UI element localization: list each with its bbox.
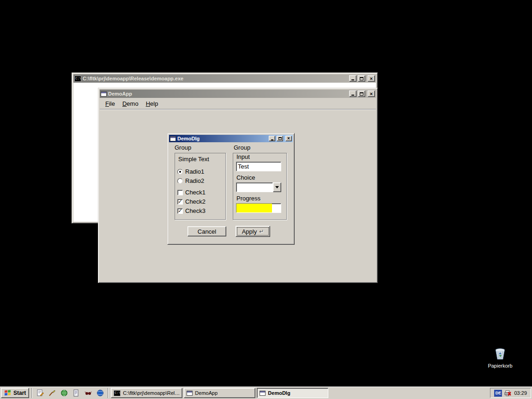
paintbrush-icon	[48, 389, 56, 397]
radio1-option[interactable]: Radio1	[177, 168, 204, 175]
maximize-button[interactable]	[358, 91, 365, 97]
apply-button[interactable]: Apply	[236, 226, 270, 237]
radio-icon	[177, 169, 183, 175]
radio-icon	[177, 178, 183, 184]
desktop: C:\fltk\prj\demoapp\Release\demoapp.exe …	[0, 0, 532, 399]
quicklaunch-page-edit[interactable]	[35, 388, 45, 398]
progress-label: Progress	[236, 195, 260, 202]
task-demodlg[interactable]: DemoDlg	[257, 388, 328, 398]
input-label: Input	[236, 154, 250, 160]
check3-label: Check3	[185, 208, 206, 214]
close-icon	[370, 76, 373, 81]
choice-dropdown[interactable]	[236, 182, 281, 192]
maximize-button[interactable]	[358, 75, 365, 82]
check2-label: Check2	[185, 199, 206, 205]
minimize-icon	[351, 95, 354, 96]
maximize-icon	[278, 137, 282, 140]
task-demoapp[interactable]: DemoApp	[184, 388, 255, 398]
minimize-button[interactable]	[269, 136, 275, 141]
choice-value-box[interactable]	[236, 182, 273, 192]
menu-help[interactable]: Help	[142, 99, 162, 109]
start-button[interactable]: Start	[1, 388, 29, 398]
globe-icon	[60, 389, 68, 397]
chevron-down-icon	[275, 186, 279, 190]
demoapp-titlebar[interactable]: DemoApp	[100, 90, 376, 98]
page-edit-icon	[36, 389, 44, 397]
checkbox-icon	[177, 190, 183, 195]
start-button-label: Start	[13, 390, 26, 396]
checkbox-icon	[177, 208, 183, 214]
recycle-bin-icon	[493, 346, 508, 361]
text-input[interactable]	[236, 162, 281, 171]
left-group-label: Group	[175, 145, 191, 151]
menu-bar: File Demo Help	[100, 98, 376, 109]
return-arrow-icon	[259, 228, 264, 235]
close-icon	[370, 91, 373, 97]
minimize-icon	[271, 139, 273, 140]
menu-demo[interactable]: Demo	[119, 99, 142, 109]
printer-error-icon[interactable]	[504, 390, 512, 396]
taskbar-clock[interactable]: 03:29	[514, 390, 527, 396]
taskbar-separator	[31, 388, 32, 398]
maximize-button[interactable]	[277, 136, 283, 141]
choice-dropdown-button[interactable]	[273, 182, 281, 192]
console-icon	[74, 76, 81, 82]
close-button[interactable]	[285, 136, 292, 141]
recycle-bin-label: Papierkorb	[488, 363, 512, 369]
menu-file[interactable]: File	[102, 99, 119, 109]
cancel-button[interactable]: Cancel	[187, 226, 226, 236]
radio2-label: Radio2	[185, 178, 204, 184]
right-group-label: Group	[234, 145, 250, 151]
choice-label: Choice	[236, 175, 255, 181]
checkbox-icon	[177, 199, 183, 205]
viewer-icon	[85, 389, 92, 397]
quicklaunch-viewer[interactable]	[83, 388, 93, 398]
progress-bar	[236, 203, 281, 213]
task-label: DemoDlg	[268, 390, 290, 396]
window-icon	[187, 391, 193, 396]
window-icon	[260, 391, 266, 396]
progress-bar-fill	[236, 204, 272, 212]
language-indicator[interactable]: DE	[494, 390, 502, 397]
quicklaunch-paint[interactable]	[47, 388, 57, 398]
browser-icon	[97, 389, 104, 397]
minimize-button[interactable]	[349, 75, 357, 82]
document-icon	[73, 389, 80, 397]
demodlg-client-area: Group Simple Text Radio1 Radio2 Check1 C…	[169, 142, 293, 243]
demoapp-title: DemoApp	[108, 91, 348, 97]
task-label: C:\fltk\prj\demoapp\Rele...	[123, 390, 180, 396]
check3-option[interactable]: Check3	[177, 207, 206, 214]
quicklaunch-globe[interactable]	[59, 388, 69, 398]
apply-button-label: Apply	[242, 228, 257, 235]
radio2-option[interactable]: Radio2	[177, 177, 204, 184]
close-button[interactable]	[368, 75, 375, 82]
system-tray: DE 03:29	[490, 388, 531, 398]
recycle-bin-desktop-icon[interactable]: Papierkorb	[484, 346, 517, 369]
check1-label: Check1	[185, 189, 206, 196]
minimize-button[interactable]	[349, 91, 357, 97]
taskbar: Start	[0, 387, 532, 399]
quicklaunch-document[interactable]	[71, 388, 81, 398]
minimize-icon	[351, 79, 354, 80]
quicklaunch-browser[interactable]	[95, 388, 105, 398]
demodlg-window: DemoDlg Group Simple Text Radio1 Radio2 …	[167, 133, 295, 245]
demodlg-titlebar[interactable]: DemoDlg	[169, 135, 293, 142]
console-titlebar[interactable]: C:\fltk\prj\demoapp\Release\demoapp.exe	[73, 74, 376, 83]
simple-text-label: Simple Text	[178, 156, 209, 163]
radio1-label: Radio1	[185, 169, 204, 175]
maximize-icon	[360, 77, 363, 80]
console-title: C:\fltk\prj\demoapp\Release\demoapp.exe	[83, 76, 348, 81]
windows-flag-icon	[4, 389, 12, 396]
demoapp-window-icon	[101, 91, 107, 97]
task-console[interactable]: C:\fltk\prj\demoapp\Rele...	[111, 388, 182, 398]
maximize-icon	[360, 92, 363, 96]
check1-option[interactable]: Check1	[177, 189, 206, 196]
close-button[interactable]	[368, 91, 375, 97]
demodlg-title: DemoDlg	[177, 136, 267, 141]
check2-option[interactable]: Check2	[177, 198, 206, 205]
taskbar-separator	[108, 388, 109, 398]
demodlg-window-icon	[170, 136, 176, 141]
task-label: DemoApp	[195, 390, 218, 396]
close-icon	[287, 136, 290, 141]
console-icon	[114, 390, 121, 396]
